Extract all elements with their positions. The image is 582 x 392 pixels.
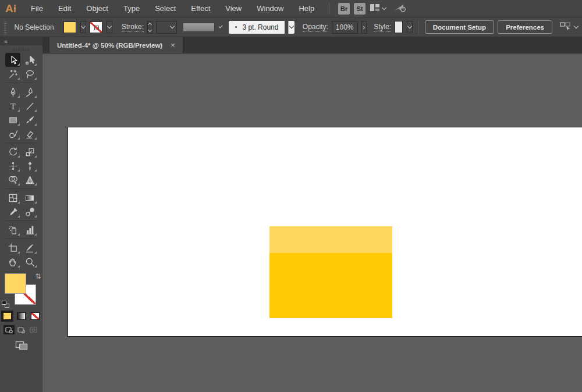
fill-color-dropdown[interactable] <box>80 21 86 33</box>
menu-item-view[interactable]: View <box>218 0 249 17</box>
tool-perspective-grid[interactable] <box>22 173 37 187</box>
draw-normal-button[interactable] <box>3 325 15 334</box>
toolbar-separator <box>6 188 37 189</box>
tool-slice[interactable] <box>22 241 37 255</box>
tool-direct-selection[interactable] <box>22 53 37 67</box>
default-fill-stroke-icon[interactable] <box>2 301 9 308</box>
rectangle-top-segment[interactable] <box>269 226 392 253</box>
change-screen-mode-button[interactable] <box>15 340 29 353</box>
none-button[interactable] <box>29 311 41 322</box>
select-similar-control[interactable] <box>559 21 578 33</box>
close-tab-icon[interactable]: × <box>171 41 175 49</box>
workspace-icon <box>370 3 380 14</box>
chevron-down-icon <box>80 24 85 28</box>
bridge-button[interactable]: Br <box>338 3 350 15</box>
tool-lasso[interactable] <box>22 67 37 81</box>
tool-mesh[interactable] <box>5 191 20 205</box>
menu-item-select[interactable]: Select <box>147 0 183 17</box>
opacity-label[interactable]: Opacity: <box>303 23 328 32</box>
workspace-switcher[interactable] <box>370 3 386 14</box>
line-segment-icon <box>24 101 36 112</box>
gpu-performance-icon[interactable] <box>393 3 406 15</box>
tool-artboard[interactable] <box>5 241 20 255</box>
collapse-panel-icon[interactable]: « <box>4 38 8 44</box>
tool-selection[interactable] <box>5 53 20 67</box>
tool-blend[interactable] <box>22 205 37 219</box>
chevron-down-icon <box>289 24 294 28</box>
menu-item-type[interactable]: Type <box>116 0 147 17</box>
direct-selection-icon <box>24 55 36 66</box>
color-button[interactable] <box>1 311 13 322</box>
tool-width[interactable] <box>5 159 20 173</box>
chevron-down-icon <box>170 24 175 28</box>
puppet-warp-icon <box>24 161 36 172</box>
blend-icon <box>24 206 36 218</box>
menu-item-help[interactable]: Help <box>291 0 322 17</box>
preferences-button[interactable]: Preferences <box>498 20 552 34</box>
tool-type[interactable]: T <box>5 99 20 113</box>
chevron-down-icon <box>574 24 579 28</box>
document-tab-bar: Untitled-4* @ 50% (RGB/Preview) × <box>42 37 582 54</box>
tool-gradient[interactable] <box>22 191 37 205</box>
tool-shaper[interactable] <box>5 127 20 141</box>
opacity-expand-button[interactable]: › <box>361 21 367 34</box>
document-area: Untitled-4* @ 50% (RGB/Preview) × <box>42 37 582 392</box>
main-menu: FileEditObjectTypeSelectEffectViewWindow… <box>23 0 322 17</box>
draw-behind-button[interactable] <box>16 325 27 334</box>
width-profile-dropdown chevron-down-icon[interactable] <box>218 24 222 28</box>
document-setup-button[interactable]: Document Setup <box>425 20 494 34</box>
panel-grip[interactable] <box>4 20 6 34</box>
document-tab-label: Untitled-4* @ 50% (RGB/Preview) <box>57 42 162 49</box>
style-label[interactable]: Style: <box>374 23 391 32</box>
opacity-field[interactable]: 100% <box>332 21 358 34</box>
fill-color-swatch[interactable] <box>63 22 76 33</box>
tool-column-graph[interactable] <box>22 223 37 237</box>
menu-item-effect[interactable]: Effect <box>183 0 218 17</box>
stroke-color-dropdown[interactable] <box>107 21 112 33</box>
tools-panel-grip[interactable] <box>13 48 30 51</box>
tool-eraser[interactable] <box>22 127 37 141</box>
tool-pen[interactable] <box>5 85 20 99</box>
pen-icon <box>8 87 19 98</box>
document-tab[interactable]: Untitled-4* @ 50% (RGB/Preview) × <box>49 37 183 53</box>
tool-magic-wand[interactable] <box>5 67 20 81</box>
stroke-weight-stepper[interactable] <box>147 21 152 34</box>
tool-puppet-warp[interactable] <box>22 159 37 173</box>
tool-rotate[interactable] <box>5 145 20 159</box>
canvas[interactable] <box>42 54 582 392</box>
app-logo: Ai <box>0 0 23 17</box>
fill-swatch[interactable] <box>5 273 26 294</box>
brush-name: 3 pt. Round <box>242 23 278 31</box>
tool-hand[interactable] <box>5 255 20 269</box>
brush-definition-dropdown[interactable]: • 3 pt. Round <box>229 21 285 34</box>
tool-paintbrush[interactable] <box>22 113 37 127</box>
tool-symbol-sprayer[interactable] <box>5 223 20 237</box>
tool-scale[interactable] <box>22 145 37 159</box>
tool-eyedropper[interactable] <box>5 205 20 219</box>
graphic-style-swatch[interactable] <box>395 21 403 33</box>
select-similar-icon <box>559 21 572 33</box>
width-profile-preview[interactable] <box>183 23 215 32</box>
menu-item-window[interactable]: Window <box>249 0 291 17</box>
swap-fill-stroke-icon[interactable]: ⇄ <box>35 273 42 279</box>
menu-item-object[interactable]: Object <box>79 0 116 17</box>
graphic-style-dropdown[interactable] <box>407 21 413 33</box>
rectangle-bottom-segment[interactable] <box>269 253 392 318</box>
tool-curvature[interactable] <box>22 85 37 99</box>
gradient-button[interactable] <box>15 311 27 322</box>
tool-shape-builder[interactable] <box>5 173 20 187</box>
brush-definition-chevron[interactable] <box>288 21 294 34</box>
menu-item-edit[interactable]: Edit <box>51 0 79 17</box>
draw-inside-button[interactable] <box>28 325 39 334</box>
tool-line-segment[interactable] <box>22 99 37 113</box>
stock-button[interactable]: St <box>354 3 365 15</box>
tool-rectangle[interactable] <box>5 113 20 127</box>
stroke-weight-combo[interactable] <box>156 21 178 34</box>
toolbar-separator <box>6 238 37 239</box>
menu-item-file[interactable]: File <box>23 0 51 17</box>
stroke-weight-label[interactable]: Stroke: <box>122 23 144 32</box>
tool-zoom[interactable] <box>22 255 37 269</box>
control-bar: No Selection Stroke: • 3 pt. Round Opaci… <box>0 17 582 37</box>
stroke-color-swatch[interactable] <box>90 22 102 33</box>
curvature-icon <box>24 87 36 98</box>
